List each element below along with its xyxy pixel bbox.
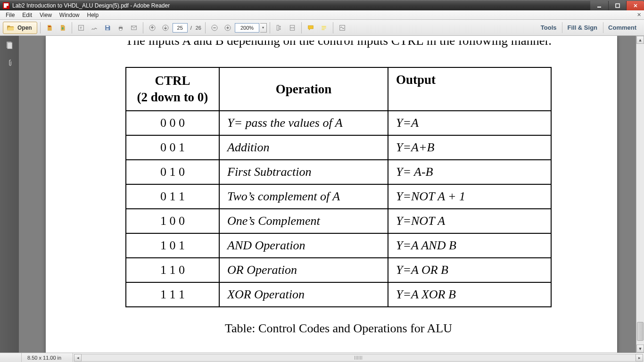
pdf-page: The inputs A and B depending on the cont… (46, 36, 617, 353)
cell-output: Y=A+B (388, 135, 551, 160)
cell-output: Y=A OR B (388, 258, 551, 282)
scroll-up-button[interactable]: ▲ (636, 36, 644, 44)
close-button[interactable] (626, 1, 644, 10)
svg-rect-0 (597, 7, 601, 8)
svg-rect-18 (277, 25, 279, 30)
cell-operation: Y= pass the values of A (219, 111, 388, 135)
attachments-icon[interactable] (4, 58, 15, 69)
open-button-label: Open (17, 25, 32, 31)
table-caption: Table: Control Codes and Operations for … (112, 321, 565, 336)
fill-sign-panel-button[interactable]: Fill & Sign (562, 22, 602, 33)
menu-window[interactable]: Window (56, 11, 83, 19)
minimize-button[interactable] (590, 1, 608, 10)
svg-text:T: T (80, 26, 82, 30)
scroll-right-button[interactable]: ▸ (636, 354, 643, 362)
menubar-close-icon[interactable]: ✕ (636, 11, 642, 18)
fit-page-button[interactable] (273, 22, 285, 34)
zoom-out-button[interactable] (208, 22, 221, 34)
add-text-button[interactable]: T (75, 22, 87, 34)
cell-ctrl: 1 0 1 (126, 233, 219, 258)
scroll-down-button[interactable]: ▼ (636, 345, 644, 353)
export-pdf-button[interactable] (57, 22, 69, 34)
cell-output: Y=NOT A + 1 (388, 184, 551, 209)
toolbar-separator (333, 22, 333, 33)
svg-rect-5 (106, 25, 108, 27)
cell-output: Y=NOT A (388, 209, 551, 233)
menu-edit[interactable]: Edit (18, 11, 36, 19)
svg-rect-1 (616, 4, 619, 8)
navigation-pane (0, 36, 19, 353)
sign-button[interactable] (88, 22, 100, 34)
horizontal-scrollbar[interactable]: ◂ ▸ (74, 354, 643, 362)
header-ctrl-line1: CTRL (155, 74, 190, 88)
cell-ctrl: 0 0 1 (126, 135, 219, 160)
page-dimensions: 8.50 x 11.00 in (21, 353, 73, 362)
toolbar-separator (205, 22, 206, 33)
comment-bubble-button[interactable] (305, 22, 317, 34)
table-header-row: CTRL (2 down to 0) Operation Output (126, 67, 551, 111)
read-mode-button[interactable] (336, 22, 348, 34)
comment-panel-button[interactable]: Comment (603, 22, 641, 33)
cell-ctrl: 0 1 0 (126, 160, 219, 184)
save-button[interactable] (101, 22, 114, 34)
toolbar-separator (143, 22, 143, 33)
cell-output: Y=A AND B (388, 233, 551, 258)
header-output: Output (388, 67, 551, 111)
svg-rect-20 (322, 26, 326, 27)
svg-rect-17 (227, 26, 228, 29)
next-page-button[interactable] (159, 22, 172, 34)
document-viewer[interactable]: The inputs A and B depending on the cont… (19, 36, 644, 353)
menu-file[interactable]: File (2, 11, 18, 19)
toolbar-separator (72, 22, 72, 33)
table-row: 0 0 0Y= pass the values of AY=A (126, 111, 551, 135)
svg-rect-6 (106, 28, 108, 30)
window-titlebar: Lab2 Introduction to VHDL_ALU Design(5).… (0, 0, 644, 10)
menu-help[interactable]: Help (83, 11, 103, 19)
svg-rect-9 (119, 28, 122, 30)
svg-rect-8 (119, 25, 122, 26)
page-thumbnails-icon[interactable] (4, 40, 15, 51)
scroll-thumb[interactable] (637, 322, 644, 341)
page-separator: / (190, 25, 192, 31)
zoom-in-button[interactable] (222, 22, 234, 34)
print-button[interactable] (115, 22, 127, 34)
window-controls (590, 1, 644, 10)
svg-rect-2 (48, 26, 50, 26)
create-pdf-button[interactable] (43, 22, 56, 34)
scroll-left-button[interactable]: ◂ (74, 354, 82, 362)
cell-output: Y= A-B (388, 160, 551, 184)
content-area: The inputs A and B depending on the cont… (0, 36, 644, 353)
table-row: 1 0 0One’s ComplementY=NOT A (126, 209, 551, 233)
cell-output: Y=A (388, 111, 551, 135)
highlight-button[interactable] (318, 22, 330, 34)
statusbar: 8.50 x 11.00 in ◂ ▸ (0, 353, 644, 362)
table-row: 0 1 1Two’s complement of AY=NOT A + 1 (126, 184, 551, 209)
tools-panel-button[interactable]: Tools (536, 22, 561, 33)
table-row: 1 0 1AND OperationY=A AND B (126, 233, 551, 258)
zoom-dropdown-button[interactable]: ▾ (260, 23, 267, 33)
open-button[interactable]: Open (3, 22, 37, 34)
page-number-input[interactable] (173, 23, 188, 33)
fit-width-button[interactable] (286, 22, 298, 34)
menubar: File Edit View Window Help ✕ (0, 10, 644, 20)
zoom-value[interactable]: 200% (235, 23, 259, 33)
vertical-scrollbar[interactable]: ▲ ▼ (636, 36, 644, 353)
toolbar-separator (301, 22, 302, 33)
email-button[interactable] (128, 22, 140, 34)
prev-page-button[interactable] (146, 22, 158, 34)
toolbar-separator (40, 22, 41, 33)
hscroll-track[interactable] (82, 354, 636, 362)
cell-operation: XOR Operation (219, 282, 388, 307)
cell-operation: AND Operation (219, 233, 388, 258)
scroll-track[interactable] (636, 44, 644, 345)
cell-ctrl: 1 1 0 (126, 258, 219, 282)
svg-rect-25 (8, 42, 12, 49)
menu-view[interactable]: View (36, 11, 56, 19)
toolbar: Open T / 26 200% ▾ Tools Fill & Sign Com… (0, 20, 644, 36)
cell-ctrl: 1 1 1 (126, 282, 219, 307)
svg-rect-22 (322, 29, 324, 30)
cell-operation: First Subtraction (219, 160, 388, 184)
maximize-button[interactable] (608, 1, 626, 10)
table-row: 0 0 1AdditionY=A+B (126, 135, 551, 160)
table-row: 1 1 0OR OperationY=A OR B (126, 258, 551, 282)
